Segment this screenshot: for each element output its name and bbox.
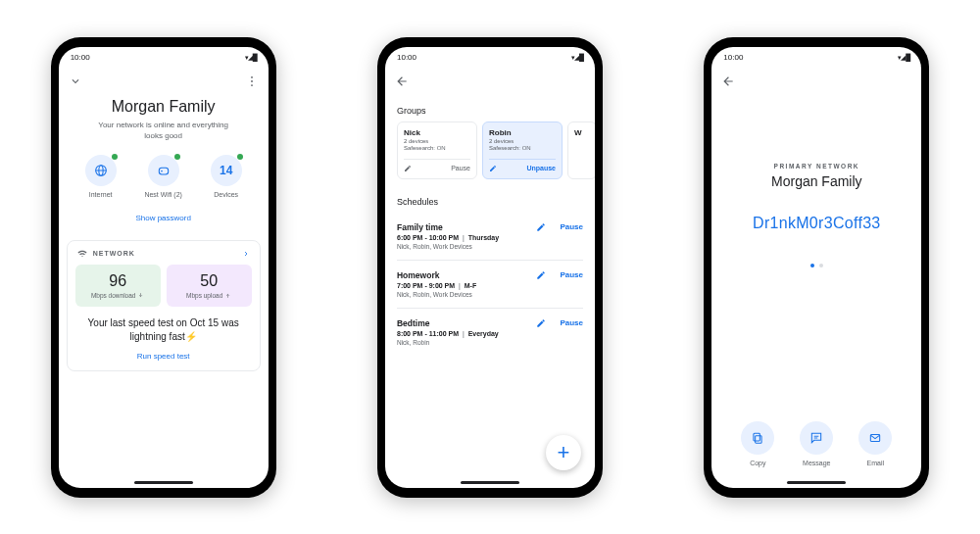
pause-button[interactable]: Pause	[451, 165, 470, 171]
back-arrow-icon[interactable]	[721, 74, 735, 88]
run-speed-test-link[interactable]: Run speed test	[68, 352, 260, 361]
status-bar: 10:00 ▾◢ █	[59, 47, 269, 69]
svg-point-2	[251, 84, 253, 86]
upload-value: 50	[171, 272, 248, 290]
nest-wifi-tile[interactable]: Nest Wifi (2)	[139, 155, 188, 198]
email-button[interactable]: Email	[858, 421, 892, 466]
status-tiles: Internet Nest Wifi (2) 14 Devices	[59, 155, 269, 198]
page-indicator[interactable]	[810, 264, 823, 267]
status-bar: 10:00 ▾◢ █	[385, 47, 595, 69]
group-name: W	[574, 128, 590, 137]
edit-icon[interactable]	[489, 165, 497, 172]
schedule-members: Nick, Robin, Work Devices	[397, 243, 581, 250]
schedule-days: Everyday	[468, 330, 499, 337]
group-safesearch: Safesearch: ON	[489, 145, 556, 151]
group-devices: 2 devices	[489, 138, 556, 144]
devices-tile[interactable]: 14 Devices	[202, 155, 251, 198]
group-card-nick[interactable]: Nick 2 devices Safesearch: ON Pause	[397, 121, 477, 179]
primary-network-label: PRIMARY NETWORK	[774, 163, 860, 170]
phone-family-wifi: 10:00 ▾◢ █ Family Wi-Fi Groups Nick 2 de…	[377, 37, 603, 498]
schedule-item[interactable]: Homework 7:00 PM - 9:00 PM | M-F Nick, R…	[397, 261, 583, 309]
schedule-days: Thursday	[468, 234, 500, 241]
page-dot-active	[810, 264, 814, 267]
internet-tile[interactable]: Internet	[76, 155, 125, 198]
message-icon	[809, 431, 823, 445]
pause-button[interactable]: Pause	[560, 270, 583, 279]
unpause-button[interactable]: Unpause	[526, 165, 556, 171]
edit-icon[interactable]	[404, 165, 412, 172]
schedules-list: Family time 6:00 PM - 10:00 PM | Thursda…	[385, 213, 595, 356]
email-label: Email	[867, 460, 885, 466]
schedule-item[interactable]: Family time 6:00 PM - 10:00 PM | Thursda…	[397, 213, 583, 261]
devices-label: Devices	[214, 191, 238, 198]
screen: 10:00 ▾◢ █ Morgan Family Your network is…	[59, 47, 269, 488]
screen: 10:00 ▾◢ █ PRIMARY NETWORK Morgan Family…	[711, 47, 921, 488]
groups-list[interactable]: Nick 2 devices Safesearch: ON Pause Robi…	[385, 121, 595, 179]
schedule-members: Nick, Robin	[397, 339, 581, 346]
pause-button[interactable]: Pause	[560, 318, 583, 327]
svg-point-0	[251, 75, 253, 77]
chevron-right-icon	[242, 250, 250, 258]
schedules-header: Schedules	[385, 179, 595, 213]
network-subtitle: Your network is online and everything lo…	[59, 120, 269, 141]
status-bar: 10:00 ▾◢ █	[711, 47, 921, 69]
devices-count: 14	[220, 164, 232, 177]
message-button[interactable]: Message	[800, 421, 833, 466]
email-icon	[868, 431, 882, 445]
group-name: Nick	[404, 128, 470, 137]
group-safesearch: Safesearch: ON	[404, 145, 470, 151]
nav-pill[interactable]	[134, 481, 193, 484]
network-card-header[interactable]: NETWORK	[68, 241, 260, 265]
schedule-time: 8:00 PM - 11:00 PM	[397, 330, 459, 337]
edit-icon[interactable]	[536, 222, 546, 232]
status-dot	[237, 154, 243, 160]
back-arrow-icon[interactable]	[395, 74, 409, 88]
schedule-time: 6:00 PM - 10:00 PM	[397, 234, 459, 241]
svg-rect-6	[159, 168, 168, 174]
phone-network-home: 10:00 ▾◢ █ Morgan Family Your network is…	[51, 37, 276, 498]
download-speed: 96 Mbps download	[75, 265, 161, 307]
group-name: Robin	[489, 128, 556, 137]
show-password-link[interactable]: Show password	[59, 214, 269, 222]
network-name: Morgan Family	[771, 173, 862, 189]
schedule-members: Nick, Robin, Work Devices	[397, 291, 581, 298]
schedule-time: 7:00 PM - 9:00 PM	[397, 282, 455, 289]
nav-pill[interactable]	[787, 481, 846, 484]
pause-button[interactable]: Pause	[560, 222, 583, 231]
top-bar	[59, 69, 269, 94]
edit-icon[interactable]	[536, 270, 546, 280]
more-menu-icon[interactable]	[245, 74, 259, 88]
status-dot	[112, 154, 118, 160]
group-card-partial[interactable]: W	[567, 121, 595, 179]
screen: 10:00 ▾◢ █ Family Wi-Fi Groups Nick 2 de…	[385, 47, 595, 488]
content: Morgan Family Your network is online and…	[59, 94, 269, 488]
copy-icon	[751, 431, 764, 445]
copy-label: Copy	[750, 460, 765, 466]
plus-icon: +	[558, 440, 570, 465]
copy-button[interactable]: Copy	[741, 421, 774, 466]
nav-pill[interactable]	[461, 481, 519, 484]
status-time: 10:00	[723, 53, 743, 62]
groups-header: Groups	[385, 94, 595, 121]
status-dot	[174, 154, 180, 160]
schedule-item[interactable]: Bedtime 8:00 PM - 11:00 PM | Everyday Ni…	[397, 309, 583, 356]
status-icons: ▾◢ █	[571, 54, 583, 62]
group-card-robin[interactable]: Robin 2 devices Safesearch: ON Unpause	[482, 121, 563, 179]
svg-point-7	[161, 170, 163, 172]
download-value: 96	[79, 272, 157, 290]
svg-rect-9	[754, 433, 760, 441]
network-password: Dr1nkM0r3Coff33	[753, 215, 880, 232]
back-chevron-icon[interactable]	[69, 74, 82, 88]
message-label: Message	[803, 460, 830, 466]
edit-icon[interactable]	[536, 318, 546, 328]
add-fab-button[interactable]: +	[546, 435, 581, 470]
top-bar	[711, 69, 921, 94]
page-dot	[819, 264, 823, 267]
content: Family Wi-Fi Groups Nick 2 devices Safes…	[385, 94, 595, 488]
status-icons: ▾◢ █	[898, 54, 909, 62]
nest-wifi-label: Nest Wifi (2)	[144, 191, 182, 198]
network-title: Morgan Family	[59, 98, 269, 116]
globe-icon	[93, 163, 109, 178]
arrow-down-icon	[137, 292, 144, 299]
nest-wifi-icon	[156, 163, 172, 178]
